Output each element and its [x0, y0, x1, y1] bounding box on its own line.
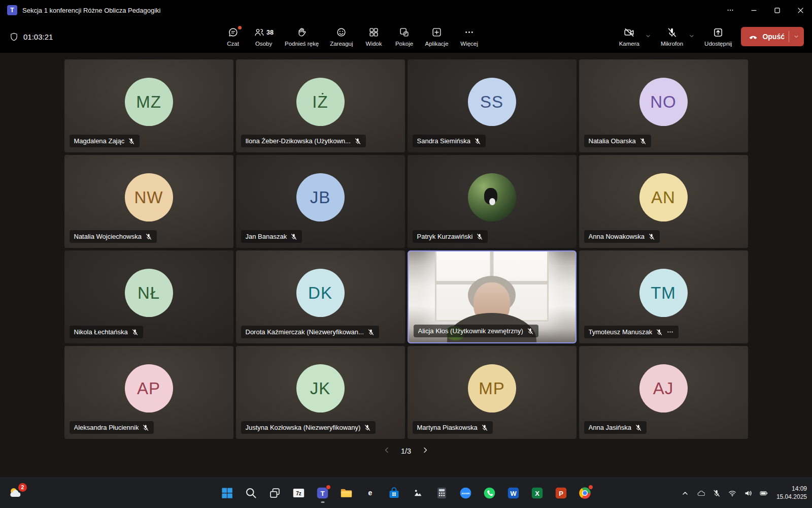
shield-icon: [9, 32, 19, 42]
taskbar-app-excel-icon[interactable]: [527, 483, 548, 503]
taskbar-app-edge-icon[interactable]: [360, 483, 381, 503]
leave-button[interactable]: Opuść: [741, 27, 804, 46]
taskbar-app-photos-icon[interactable]: [408, 483, 428, 503]
weather-badge: 2: [18, 483, 27, 492]
avatar: NW: [125, 173, 173, 221]
avatar: DK: [296, 269, 345, 317]
participant-tile[interactable]: NW Natalia Wojciechowska: [64, 155, 233, 248]
taskbar-app-search-icon[interactable]: [241, 483, 261, 503]
taskbar-app-store-icon[interactable]: [384, 483, 404, 503]
share-button[interactable]: Udostępnij: [701, 25, 735, 49]
participant-tile[interactable]: MP Martyna Piaskowska: [408, 346, 577, 439]
toolbar-more[interactable]: Więcej: [455, 25, 484, 49]
participant-tile[interactable]: NŁ Nikola Łechtańska: [64, 250, 233, 343]
toolbar-button-label: Czat: [227, 41, 239, 47]
participant-more-icon[interactable]: [666, 328, 674, 336]
taskbar-app-explorer-icon[interactable]: [336, 483, 357, 503]
toolbar-apps[interactable]: Aplikacje: [421, 25, 453, 49]
battery-icon[interactable]: [759, 488, 769, 498]
participant-name: Jan Banaszak: [246, 233, 287, 240]
participant-name: Natalia Wojciechowska: [74, 233, 142, 240]
close-button[interactable]: [789, 0, 812, 20]
participant-tile[interactable]: IŻ Ilona Żeber-Dzikowska (Użytkown...: [236, 59, 405, 152]
tray-overflow-chevron-icon[interactable]: [680, 488, 690, 498]
wifi-icon[interactable]: [727, 488, 737, 498]
weather-widget[interactable]: 2: [6, 484, 25, 503]
participant-tile[interactable]: Alicja Kłos (Użytkownik zewnętrzny): [408, 250, 577, 343]
titlebar-more-button[interactable]: [719, 0, 742, 20]
taskbar-app-whatsapp-icon[interactable]: [480, 483, 500, 503]
avatar-initials: MP: [479, 379, 505, 398]
taskbar-app-calc-icon[interactable]: [432, 483, 452, 503]
camera-label: Kamera: [619, 41, 639, 47]
mic-muted-icon: [476, 233, 483, 240]
participant-tile[interactable]: JB Jan Banaszak: [236, 155, 405, 248]
avatar: JB: [296, 173, 345, 221]
taskbar-app-taskview-icon[interactable]: [265, 483, 285, 503]
meeting-timer: 01:03:21: [23, 33, 53, 41]
participant-tile[interactable]: NO Natalia Obarska: [579, 59, 748, 152]
taskbar-app-start-icon[interactable]: [217, 483, 238, 503]
mic-muted-icon: [481, 424, 488, 431]
participant-tile[interactable]: AN Anna Nowakowska: [579, 155, 748, 248]
participant-tile[interactable]: Patryk Kurzawiński: [408, 155, 577, 248]
next-page-button[interactable]: [421, 446, 429, 456]
toolbar-button-label: Pokoje: [395, 41, 413, 47]
taskbar-app-powerpoint-icon[interactable]: [551, 483, 571, 503]
toolbar-button-icon: [254, 27, 264, 38]
participant-tile[interactable]: AP Aleksandra Płuciennik: [64, 346, 233, 439]
mic-muted-icon: [527, 328, 534, 335]
participant-name-label: Justyna Kozłowska (Niezweryfikowany): [241, 421, 376, 434]
taskbar-app-word-icon[interactable]: [503, 483, 524, 503]
avatar: IŻ: [296, 78, 345, 126]
toolbar-people[interactable]: 38 Osoby: [249, 25, 278, 49]
mic-muted-icon: [367, 329, 375, 336]
avatar: JK: [296, 364, 345, 412]
participant-tile[interactable]: SS Sandra Siemińska: [408, 59, 577, 152]
participant-name: Aleksandra Płuciennik: [74, 424, 139, 431]
volume-icon[interactable]: [743, 488, 753, 498]
mic-muted-icon: [364, 424, 371, 431]
onedrive-cloud-icon[interactable]: [696, 488, 706, 498]
avatar: NŁ: [125, 269, 173, 317]
previous-page-button[interactable]: [383, 446, 391, 456]
participant-tile[interactable]: TM Tymoteusz Manuszak: [579, 250, 748, 343]
toolbar-chat[interactable]: Czat: [219, 25, 247, 49]
mic-muted-icon: [666, 27, 678, 38]
titlebar: T Sekcja 1 konferencji Różne Oblicza Ped…: [0, 0, 812, 20]
toolbar-view[interactable]: Widok: [360, 25, 388, 49]
toolbar-raise-hand[interactable]: Podnieś rękę: [280, 25, 323, 49]
leave-options-chevron[interactable]: [793, 34, 799, 40]
tray-mic-muted-icon[interactable]: [712, 488, 722, 498]
participant-tile[interactable]: MZ Magdalena Zając: [64, 59, 233, 152]
notification-badge: [588, 485, 593, 490]
taskbar-app-zoom-icon[interactable]: [456, 483, 476, 503]
mic-muted-icon: [128, 138, 135, 145]
toolbar-button-icon: [368, 27, 379, 38]
participant-tile[interactable]: DK Dorota Kaźmierczak (Niezweryfikowan..…: [236, 250, 405, 343]
mic-options-chevron[interactable]: [686, 32, 697, 41]
toolbar-button-label: Aplikacje: [425, 41, 449, 47]
participant-name-label: Martyna Piaskowska: [413, 421, 493, 434]
camera-options-chevron[interactable]: [642, 32, 654, 41]
avatar: AJ: [639, 364, 688, 412]
camera-toggle-button[interactable]: Kamera: [616, 25, 642, 49]
taskbar-app-zip7-icon[interactable]: [289, 483, 309, 503]
participant-name-label: Natalia Obarska: [584, 135, 651, 147]
meeting-stage: MZ Magdalena Zając IŻ Ilona Żeber-Dzikow…: [0, 53, 812, 478]
toolbar-center: Czat 38 Osoby Podnieś rękę Zareaguj: [86, 25, 616, 49]
avatar: NO: [639, 78, 688, 126]
toolbar-button-label: Podnieś rękę: [285, 41, 319, 47]
toolbar-rooms[interactable]: Pokoje: [390, 25, 419, 49]
participant-tile[interactable]: AJ Anna Jasińska: [579, 346, 748, 439]
minimize-button[interactable]: [742, 0, 765, 20]
toolbar-react[interactable]: Zareaguj: [325, 25, 357, 49]
taskbar-app-chrome-icon[interactable]: [575, 483, 595, 503]
taskbar-app-teams-icon[interactable]: [313, 483, 333, 503]
mic-toggle-button[interactable]: Mikrofon: [658, 25, 686, 49]
avatar-initials: MZ: [136, 92, 161, 112]
taskbar-clock[interactable]: 14:09 15.04.2025: [774, 485, 807, 501]
participant-name: Magdalena Zając: [74, 137, 125, 145]
maximize-button[interactable]: [765, 0, 789, 20]
participant-tile[interactable]: JK Justyna Kozłowska (Niezweryfikowany): [236, 346, 405, 439]
